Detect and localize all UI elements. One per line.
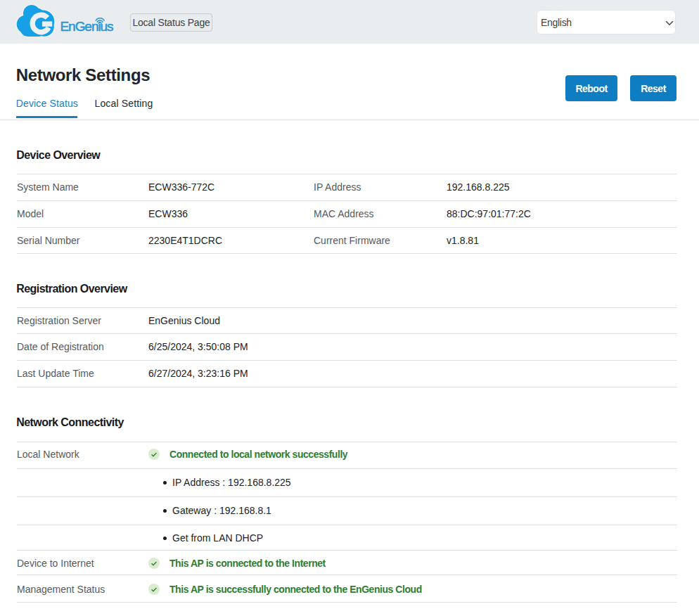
svg-text:EnGenius: EnGenius	[60, 19, 114, 34]
